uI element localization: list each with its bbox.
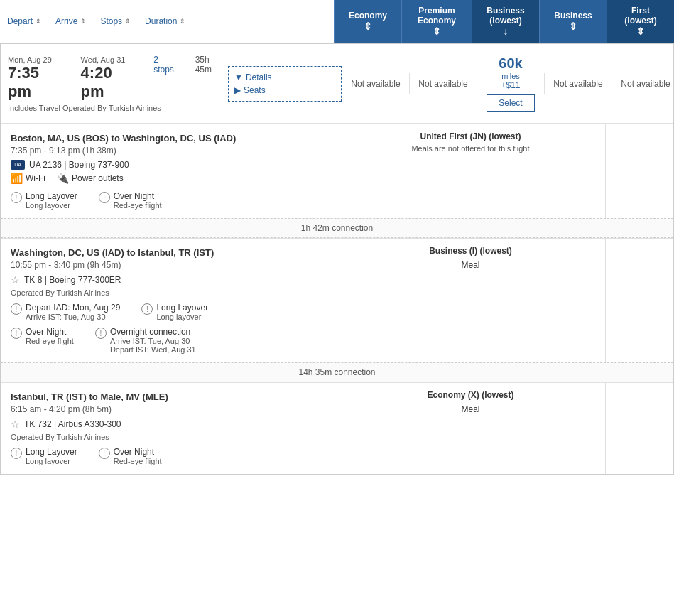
segment-time-2: 10:55 pm - 3:40 pm (9h 45m) (11, 260, 393, 270)
col-business[interactable]: Business ⇕ (539, 0, 607, 43)
segment-left-3: Istanbul, TR (IST) to Male, MV (MLE) 6:1… (1, 383, 403, 474)
power-amenity: 🔌 Power outlets (57, 173, 124, 184)
info-overnight-3: ! Over Night Red-eye flight (99, 447, 162, 465)
header-row: Depart ⇕ Arrive ⇕ Stops ⇕ Duration ⇕ Eco… (0, 0, 674, 43)
segment-extra2-1 (606, 124, 673, 218)
segment-extra2-2 (606, 239, 673, 362)
segment-flight-3: ☆ TK 732 | Airbus A330-300 (11, 418, 393, 430)
class-meal-3: Meal (411, 404, 531, 414)
segment-extra-1 (538, 124, 606, 218)
depart-date: Mon, Aug 29 (8, 55, 67, 64)
flight-stops: 2 stops (153, 55, 180, 75)
info-sub-2d-1: Arrive IST: Tue, Aug 30 (110, 337, 196, 345)
info-label-3b: Over Night (114, 447, 162, 457)
info-label-2b: Long Layover (156, 303, 208, 313)
class-title-2: Business (I) (lowest) (411, 246, 531, 256)
segment-route-2: Washington, DC, US (IAD) to Istanbul, TR… (11, 247, 393, 258)
segment-extra-3 (538, 383, 606, 474)
flight-operated: Includes Travel Operated By Turkish Airl… (8, 104, 228, 112)
airline-logo-1: UA (11, 160, 25, 170)
info-sub-3a: Long layover (26, 457, 77, 465)
flight-code-1: UA 2136 | Boeing 737-900 (29, 160, 129, 170)
segment-left-1: Boston, MA, US (BOS) to Washington, DC, … (1, 124, 403, 218)
star-icon-3: ☆ (11, 418, 20, 430)
segment-extra2-3 (606, 383, 673, 474)
info-sub-3b: Red-eye flight (114, 457, 162, 465)
info-sub-1b: Red-eye flight (114, 201, 162, 210)
segment-extra-2 (538, 239, 606, 362)
info-sub-2c: Red-eye flight (26, 337, 74, 345)
info-label-1a: Long Layover (26, 191, 77, 201)
info-long-layover-1: ! Long Layover Long layover (11, 191, 77, 210)
price-business: Not available (544, 73, 612, 94)
segment-1: Boston, MA, US (BOS) to Washington, DC, … (1, 124, 673, 218)
details-button[interactable]: ▼ Details (234, 72, 272, 82)
segment-class-2: Business (I) (lowest) Meal (403, 239, 538, 362)
segment-flight-1: UA UA 2136 | Boeing 737-900 (11, 160, 393, 170)
sort-duration[interactable]: Duration ⇕ (145, 16, 185, 26)
info-depart-iad: ! Depart IAD: Mon, Aug 29 Arrive IST: Tu… (11, 303, 120, 321)
info-sub-2d-2: Depart IST; Wed, Aug 31 (110, 345, 196, 354)
arrive-time: 4:20 pm (81, 64, 140, 101)
info-row-1: ! Long Layover Long layover ! Over Night… (11, 191, 393, 210)
connection-2: 14h 35m connection (1, 362, 673, 382)
info-row-2: ! Depart IAD: Mon, Aug 29 Arrive IST: Tu… (11, 303, 393, 354)
info-sub-1a: Long layover (26, 201, 77, 210)
info-label-2d: Overnight connection (110, 327, 196, 337)
power-label: Power outlets (72, 173, 124, 183)
price-premium-economy: Not available (409, 73, 477, 94)
segment-time-1: 7:35 pm - 9:13 pm (1h 38m) (11, 146, 393, 156)
flight-code-2: TK 8 | Boeing 777-300ER (24, 275, 121, 285)
sort-depart[interactable]: Depart ⇕ (7, 16, 41, 26)
info-long-layover-3: ! Long Layover Long layover (11, 447, 77, 465)
details-seats-box: ▼ Details ▶ Seats (228, 66, 342, 102)
operated-by-3: Operated By Turkish Airlines (11, 433, 393, 441)
star-icon-2: ☆ (11, 274, 20, 286)
select-button[interactable]: Select (487, 94, 534, 112)
flight-code-3: TK 732 | Airbus A330-300 (24, 419, 121, 429)
amenities-row-1: 📶 Wi-Fi 🔌 Power outlets (11, 173, 393, 184)
flight-results-container: Depart ⇕ Arrive ⇕ Stops ⇕ Duration ⇕ Eco… (0, 0, 674, 475)
segment-class-3: Economy (X) (lowest) Meal (403, 383, 538, 474)
seats-button[interactable]: ▶ Seats (234, 85, 266, 95)
segment-3: Istanbul, TR (IST) to Male, MV (MLE) 6:1… (1, 382, 673, 474)
arrive-date: Wed, Aug 31 (81, 55, 140, 64)
segment-route-1: Boston, MA, US (BOS) to Washington, DC, … (11, 133, 393, 144)
header-sort-columns: Depart ⇕ Arrive ⇕ Stops ⇕ Duration ⇕ (0, 0, 334, 43)
wifi-amenity: 📶 Wi-Fi (11, 173, 45, 184)
info-overnight-connection: ! Overnight connection Arrive IST: Tue, … (95, 327, 196, 354)
info-overnight-1: ! Over Night Red-eye flight (99, 191, 162, 210)
col-business-lowest[interactable]: Business (lowest) ↓ (472, 0, 539, 43)
col-economy[interactable]: Economy ⇕ (334, 0, 401, 43)
price-economy: Not available (342, 73, 409, 94)
info-long-layover-2: ! Long Layover Long layover (141, 303, 208, 321)
flight-summary-row: Mon, Aug 29 7:35 pm Wed, Aug 31 4:20 pm … (1, 44, 673, 124)
info-label-2c: Over Night (26, 327, 74, 337)
operated-by-2: Operated By Turkish Airlines (11, 288, 393, 297)
col-premium-economy[interactable]: Premium Economy ⇕ (401, 0, 472, 43)
class-title-3: Economy (X) (lowest) (411, 390, 531, 400)
info-sub-2b: Long layover (156, 313, 208, 321)
sort-stops[interactable]: Stops ⇕ (100, 16, 131, 26)
segment-flight-2: ☆ TK 8 | Boeing 777-300ER (11, 274, 393, 286)
info-overnight-2: ! Over Night Red-eye flight (11, 327, 74, 354)
sort-arrive[interactable]: Arrive ⇕ (55, 16, 86, 26)
col-first-lowest[interactable]: First (lowest) ⇕ (607, 0, 674, 43)
segment-time-3: 6:15 am - 4:20 pm (8h 5m) (11, 404, 393, 414)
wifi-label: Wi-Fi (26, 173, 45, 183)
flight-summary-left: Mon, Aug 29 7:35 pm Wed, Aug 31 4:20 pm … (8, 55, 228, 112)
segment-route-3: Istanbul, TR (IST) to Male, MV (MLE) (11, 391, 393, 402)
connection-1: 1h 42m connection (1, 218, 673, 238)
info-label-2a-1: Depart IAD: Mon, Aug 29 (26, 303, 120, 313)
class-meal-1: Meals are not offered for this flight (411, 144, 531, 153)
price-business-lowest: 60k miles +$11 Select (477, 50, 544, 117)
power-icon: 🔌 (57, 173, 69, 184)
class-title-1: United First (JN) (lowest) (411, 131, 531, 141)
flight-card: Mon, Aug 29 7:35 pm Wed, Aug 31 4:20 pm … (0, 43, 674, 475)
info-row-3: ! Long Layover Long layover ! Over Night… (11, 447, 393, 465)
price-first: Not available (612, 73, 674, 94)
wifi-icon: 📶 (11, 173, 23, 184)
segment-row-1: Boston, MA, US (BOS) to Washington, DC, … (1, 124, 673, 218)
segment-left-2: Washington, DC, US (IAD) to Istanbul, TR… (1, 239, 403, 362)
segment-row-3: Istanbul, TR (IST) to Male, MV (MLE) 6:1… (1, 382, 673, 474)
